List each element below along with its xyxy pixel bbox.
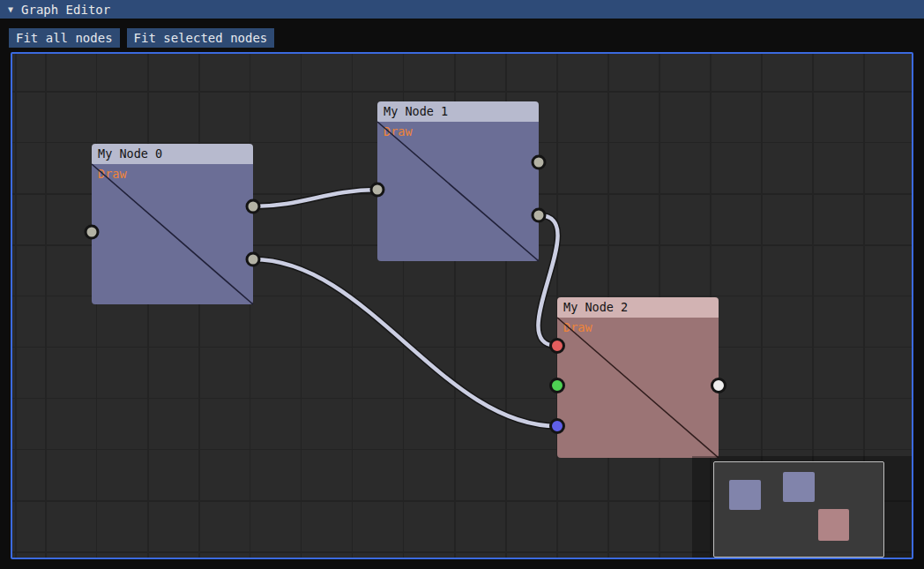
- collapse-arrow-icon[interactable]: ▼: [8, 5, 13, 14]
- node2-input-pin-red[interactable]: [551, 340, 564, 353]
- fit-all-nodes-button[interactable]: Fit all nodes: [9, 28, 120, 48]
- node-my-node-1[interactable]: My Node 1 Draw: [377, 101, 539, 261]
- node-header[interactable]: My Node 1: [377, 101, 539, 122]
- node-header[interactable]: My Node 0: [92, 144, 253, 164]
- node-content-label: Draw: [384, 124, 413, 139]
- node0-output-pin-1[interactable]: [247, 200, 259, 213]
- node1-input-pin[interactable]: [371, 183, 384, 196]
- node-title: My Node 2: [563, 300, 628, 314]
- node0-output-pin-2[interactable]: [247, 253, 259, 266]
- window-title: Graph Editor: [21, 3, 110, 17]
- node-my-node-0[interactable]: My Node 0 Draw: [92, 144, 253, 304]
- link-node1-to-node2[interactable]: [538, 215, 557, 346]
- node-content-label: Draw: [98, 167, 127, 181]
- node0-input-pin[interactable]: [86, 226, 98, 238]
- node-title: My Node 1: [384, 104, 448, 118]
- minimap-node-1: [783, 472, 815, 502]
- toolbar: Fit all nodes Fit selected nodes: [9, 28, 274, 48]
- fit-selected-nodes-button[interactable]: Fit selected nodes: [127, 28, 275, 48]
- node1-output-pin-1[interactable]: [533, 156, 545, 168]
- node-content-label: Draw: [563, 320, 592, 334]
- minimap[interactable]: [713, 461, 884, 558]
- node-title: My Node 0: [98, 146, 162, 161]
- node-editor-canvas[interactable]: My Node 0 Draw My Node 1 Draw My Node 2 …: [11, 52, 913, 559]
- node1-output-pin-2[interactable]: [533, 209, 545, 221]
- node2-input-pin-green[interactable]: [551, 379, 564, 393]
- node-header[interactable]: My Node 2: [557, 297, 719, 318]
- node-my-node-2[interactable]: My Node 2 Draw: [557, 297, 719, 458]
- node-body[interactable]: Draw: [377, 122, 539, 261]
- minimap-node-2: [818, 509, 849, 541]
- node2-input-pin-blue[interactable]: [551, 420, 564, 433]
- window-titlebar[interactable]: ▼ Graph Editor: [0, 0, 924, 19]
- node-body[interactable]: Draw: [92, 164, 253, 304]
- minimap-node-0: [729, 480, 761, 510]
- link-node0-to-node1[interactable]: [253, 190, 377, 206]
- node2-output-pin[interactable]: [712, 379, 726, 393]
- node-body[interactable]: Draw: [557, 318, 719, 458]
- link-node0-to-node2[interactable]: [253, 259, 557, 426]
